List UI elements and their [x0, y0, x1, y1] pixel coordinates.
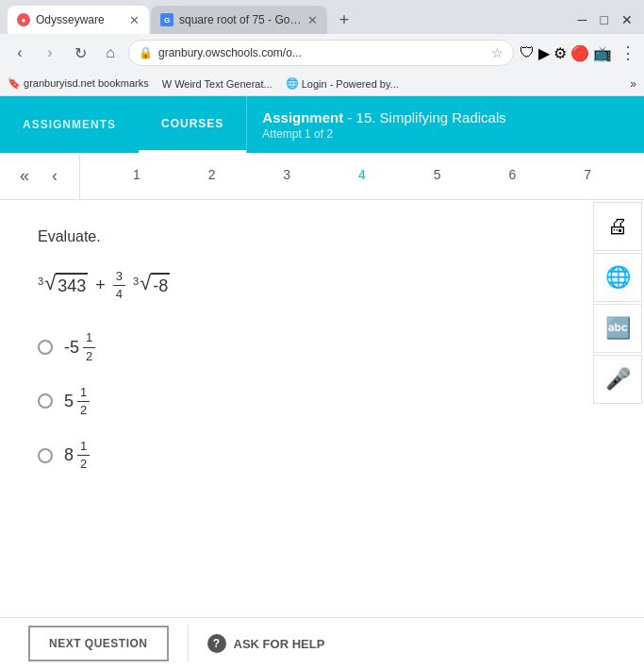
star-icon[interactable]: ☆ — [491, 45, 504, 60]
tab1-label: Odysseyware — [36, 13, 124, 26]
q-num-6[interactable]: 6 — [495, 158, 529, 192]
extension-icon-2[interactable]: ▶ — [538, 44, 550, 62]
cube-root-343: 3 √ 343 — [38, 273, 88, 298]
address-bar-row: ‹ › ↻ ⌂ 🔒 granbury.owschools.com/o... ☆ … — [0, 34, 644, 72]
tab-bar: ● Odysseyware ✕ G square root of 75 - Go… — [0, 0, 644, 34]
double-back-button[interactable]: « — [11, 163, 38, 190]
extension-icon-5[interactable]: 📺 — [593, 44, 612, 62]
window-controls: ─ □ ✕ — [578, 12, 636, 27]
option-a-value: -5 1 2 — [64, 329, 95, 364]
q-num-5[interactable]: 5 — [421, 158, 454, 192]
option-b-value: 5 1 2 — [64, 384, 90, 419]
maximize-button[interactable]: □ — [601, 12, 608, 27]
tab-inactive[interactable]: G square root of 75 - Google Sea... ✕ — [151, 6, 327, 34]
lock-icon: 🔒 — [139, 46, 153, 59]
browser-toolbar-icons: 🛡 ▶ ⚙ 🔴 📺 ⋮ — [520, 42, 636, 63]
bookmark-3[interactable]: 🌐 Login - Powered by... — [286, 77, 399, 90]
home-button[interactable]: ⌂ — [98, 41, 123, 65]
cube-root-neg8: 3 √ -8 — [133, 273, 170, 298]
question-nav-bar: « ‹ 1 2 3 4 5 6 7 — [0, 153, 644, 200]
radicand-343: 343 — [56, 273, 88, 298]
radicand-neg8: -8 — [151, 273, 170, 298]
attempt-label: Attempt 1 of 2 — [262, 127, 629, 141]
plus-sign: + — [95, 276, 106, 295]
option-b-fraction: 1 2 — [77, 384, 90, 419]
forward-button[interactable]: › — [38, 41, 62, 65]
menu-dots[interactable]: ⋮ — [619, 42, 636, 63]
option-b-whole: 5 — [64, 392, 74, 411]
q-num-7[interactable]: 7 — [570, 158, 604, 192]
option-c-fraction: 1 2 — [77, 438, 90, 473]
option-a-whole: -5 — [64, 338, 79, 358]
q-num-1[interactable]: 1 — [120, 158, 154, 192]
side-toolbar: 🖨 🌐 🔤 🎤 — [591, 200, 644, 406]
more-bookmarks[interactable]: » — [630, 77, 636, 91]
bookmark-2[interactable]: W Weird Text Generat... — [162, 78, 272, 90]
new-tab-button[interactable]: + — [331, 7, 357, 33]
fraction-3-4: 3 4 — [113, 268, 125, 303]
address-text: granbury.owschools.com/o... — [158, 46, 486, 59]
q-num-3[interactable]: 3 — [270, 158, 304, 192]
q-num-2[interactable]: 2 — [195, 158, 229, 192]
tab1-close[interactable]: ✕ — [129, 13, 140, 27]
question-prompt: Evaluate. — [38, 228, 606, 245]
extension-icon-1[interactable]: 🛡 — [520, 44, 535, 61]
option-c[interactable]: 8 1 2 — [38, 438, 606, 473]
radical-index-1: 3 — [38, 276, 43, 287]
next-question-button[interactable]: NEXT QUESTION — [28, 626, 169, 661]
q-num-4[interactable]: 4 — [345, 158, 379, 192]
address-bar[interactable]: 🔒 granbury.owschools.com/o... ☆ — [128, 40, 514, 66]
mic-button[interactable]: 🎤 — [593, 355, 642, 404]
assignment-label: Assignment — [262, 109, 343, 125]
bookmarks-bar: 🔖 granburyisd.net bookmarks W Weird Text… — [0, 72, 644, 96]
minimize-button[interactable]: ─ — [578, 12, 587, 27]
assignment-info: Assignment - 15. Simplifying Radicals At… — [246, 96, 644, 153]
option-c-value: 8 1 2 — [64, 438, 90, 473]
main-content: Evaluate. 3 √ 343 + 3 4 3 √ -8 -5 — [0, 200, 644, 549]
reload-button[interactable]: ↻ — [68, 41, 92, 65]
divider — [188, 625, 189, 662]
option-c-whole: 8 — [64, 445, 74, 465]
courses-tab[interactable]: COURSES — [139, 96, 246, 153]
extension-icon-3[interactable]: ⚙ — [553, 44, 567, 62]
option-a[interactable]: -5 1 2 — [38, 329, 606, 364]
assignment-subtitle: - 15. Simplifying Radicals — [347, 109, 505, 125]
frac-denominator: 4 — [113, 286, 125, 303]
frac-numerator: 3 — [113, 268, 125, 286]
tab2-label: square root of 75 - Google Sea... — [179, 13, 302, 26]
radical-index-2: 3 — [133, 276, 139, 287]
answer-options: -5 1 2 5 1 2 8 — [38, 329, 606, 473]
app-header: ASSIGNMENTS COURSES Assignment - 15. Sim… — [0, 96, 644, 153]
browser-chrome: ● Odysseyware ✕ G square root of 75 - Go… — [0, 0, 644, 96]
tab1-favicon: ● — [17, 13, 30, 26]
footer: NEXT QUESTION ? ASK FOR HELP — [0, 617, 644, 669]
back-button[interactable]: ‹ — [8, 41, 32, 65]
math-expression: 3 √ 343 + 3 4 3 √ -8 — [38, 268, 606, 303]
back-question-button[interactable]: ‹ — [41, 163, 68, 190]
help-icon: ? — [207, 634, 226, 653]
assignments-tab[interactable]: ASSIGNMENTS — [0, 96, 139, 153]
help-label: ASK FOR HELP — [234, 637, 325, 651]
close-button[interactable]: ✕ — [621, 12, 633, 27]
assignment-title: Assignment - 15. Simplifying Radicals — [262, 109, 629, 125]
globe-button[interactable]: 🌐 — [593, 253, 642, 302]
print-button[interactable]: 🖨 — [593, 202, 642, 251]
tab2-close[interactable]: ✕ — [307, 13, 318, 27]
radio-a[interactable] — [38, 340, 53, 355]
option-b[interactable]: 5 1 2 — [38, 384, 606, 419]
radio-c[interactable] — [38, 448, 53, 463]
question-numbers: 1 2 3 4 5 6 7 — [80, 158, 644, 195]
tab-active[interactable]: ● Odysseyware ✕ — [8, 6, 149, 34]
ask-for-help[interactable]: ? ASK FOR HELP — [207, 634, 325, 653]
extension-icon-4[interactable]: 🔴 — [570, 44, 589, 62]
radio-b[interactable] — [38, 393, 53, 409]
tab2-favicon: G — [160, 13, 173, 26]
radical-sign-2: √ — [140, 273, 151, 293]
nav-arrows: « ‹ — [0, 153, 80, 199]
radical-sign-1: √ — [44, 273, 56, 293]
option-a-fraction: 1 2 — [83, 329, 95, 364]
bookmark-1[interactable]: 🔖 granburyisd.net bookmarks — [8, 77, 149, 90]
translate-button[interactable]: 🔤 — [593, 304, 642, 353]
